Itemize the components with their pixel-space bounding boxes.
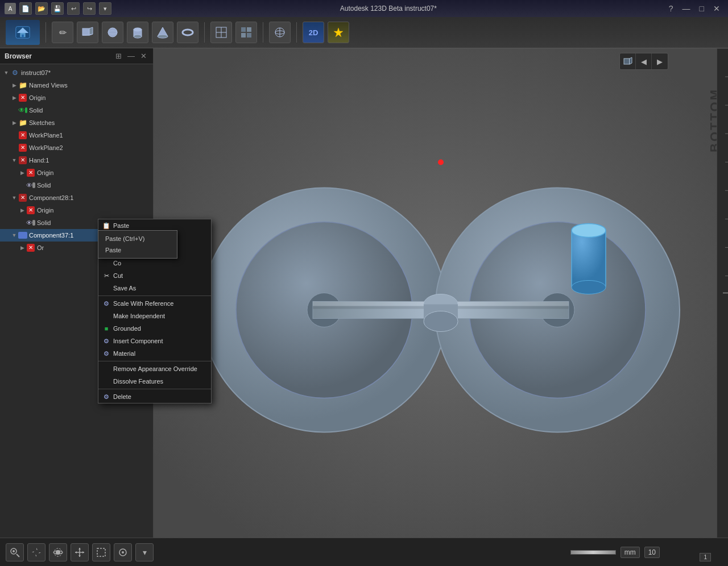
tool-2d[interactable]: 2D [303, 22, 324, 43]
tree-item-comp28[interactable]: ▼ ✕ Component28:1 [0, 192, 153, 204]
arrow-origin: ▶ [10, 94, 18, 102]
home-button[interactable] [6, 20, 40, 45]
scale-bar [570, 550, 616, 555]
vp-btn-arrow[interactable]: ◀ [636, 53, 652, 69]
qa-redo[interactable]: ↪ [83, 2, 96, 15]
svg-rect-19 [247, 27, 251, 32]
toolbar-separator-3 [263, 22, 263, 43]
tool-pen[interactable]: ✏ [52, 22, 73, 43]
svg-marker-52 [32, 551, 36, 552]
qa-save[interactable]: 💾 [51, 2, 64, 15]
icon-solid: 👁 [18, 106, 27, 115]
tree-item-solid[interactable]: 👁 Solid [0, 104, 153, 116]
arrow-hand1-solid [18, 181, 26, 189]
tool-star[interactable] [328, 22, 349, 43]
qa-undo[interactable]: ↩ [67, 2, 80, 15]
status-tool-display[interactable] [114, 543, 132, 561]
arrow-root: ▼ [2, 69, 10, 77]
svg-marker-59 [78, 555, 81, 557]
browser-minimize-icon[interactable]: — [126, 51, 136, 61]
tree-item-workplane2[interactable]: ✕ WorkPlane2 [0, 142, 153, 154]
ctx-save-as[interactable]: Save As [98, 282, 211, 294]
remove-appearance-icon [102, 364, 111, 373]
tree-item-workplane1[interactable]: ✕ WorkPlane1 [0, 129, 153, 142]
vp-btn-arrow2[interactable]: ▶ [652, 53, 668, 69]
svg-marker-61 [82, 551, 84, 553]
tree-item-root[interactable]: ▼ ⚙ instruct07* [0, 66, 153, 79]
grounded-icon: ■ [102, 324, 111, 333]
browser-close-icon[interactable]: ✕ [139, 51, 148, 61]
tree-item-origin[interactable]: ▶ ✕ Origin [0, 91, 153, 104]
svg-point-13 [158, 35, 168, 38]
toolbar: ✏ [0, 17, 728, 48]
delete-icon: ⚙ [102, 392, 111, 401]
tree-item-sketches[interactable]: ▶ 📁 Sketches [0, 116, 153, 129]
tree-item-hand1[interactable]: ▼ ✕ Hand:1 [0, 154, 153, 167]
scale-value: 10 [644, 547, 660, 558]
tool-cone[interactable] [152, 22, 173, 43]
arrow-hand1: ▼ [10, 156, 18, 164]
paste-tooltip-sub[interactable]: Paste [103, 244, 172, 256]
arrow-sketches: ▶ [10, 119, 18, 127]
status-tool-move[interactable] [71, 543, 89, 561]
ctx-scale-ref[interactable]: ⚙ Scale With Reference [98, 297, 211, 310]
qa-open[interactable]: 📂 [35, 2, 48, 15]
tool-sphere[interactable] [102, 22, 123, 43]
copy-icon [102, 259, 111, 268]
label-solid: Solid [29, 107, 43, 114]
browser-grid-icon[interactable]: ⊞ [114, 51, 123, 61]
tree-item-comp28-origin[interactable]: ▶ ✕ Origin [0, 204, 153, 217]
minimize-btn[interactable]: — [679, 3, 694, 14]
vp-btn-display[interactable] [620, 53, 636, 69]
svg-marker-60 [75, 551, 77, 553]
ctx-cut[interactable]: ✂ Cut [98, 269, 211, 282]
status-tool-box-select[interactable] [92, 543, 110, 561]
svg-point-43 [438, 160, 444, 165]
ctx-material[interactable]: ⚙ Material [98, 347, 211, 360]
ctx-insert-component-label: Insert Component [113, 338, 163, 344]
ctx-delete[interactable]: ⚙ Delete [98, 390, 211, 403]
viewport[interactable]: BOTTOM ◀ ▶ [154, 48, 728, 538]
tool-cylinder[interactable] [127, 22, 148, 43]
tool-box[interactable] [77, 22, 98, 43]
label-comp28: Component28:1 [29, 194, 73, 201]
status-tool-zoom[interactable] [6, 543, 24, 561]
ctx-copy[interactable]: Co [98, 257, 211, 269]
icon-hand1: ✕ [18, 156, 27, 165]
app-title: Autodesk 123D Beta instruct07* [340, 5, 437, 13]
ctx-remove-appearance[interactable]: Remove Appearance Override [98, 363, 211, 375]
dissolve-features-icon [102, 377, 111, 386]
maximize-btn[interactable]: □ [696, 3, 708, 14]
ctx-make-independent[interactable]: Make Independent [98, 310, 211, 322]
svg-marker-49 [36, 548, 38, 552]
status-tool-orbit[interactable] [49, 543, 67, 561]
ctx-insert-component[interactable]: ⚙ Insert Component [98, 335, 211, 347]
svg-point-14 [183, 30, 193, 35]
ctx-remove-appearance-label: Remove Appearance Override [113, 365, 197, 372]
help-icon[interactable]: ? [665, 3, 677, 14]
tool-wireframe[interactable] [269, 22, 291, 43]
qa-dropdown[interactable]: ▾ [99, 2, 111, 15]
app-icon: A [5, 3, 16, 14]
ctx-delete-label: Delete [113, 393, 131, 400]
qa-new[interactable]: 📄 [19, 2, 32, 15]
ctx-dissolve-features[interactable]: Dissolve Features [98, 375, 211, 388]
tree-item-hand1-solid[interactable]: 👁 Solid [0, 179, 153, 192]
status-tool-extra[interactable]: ▾ [135, 543, 154, 561]
tool-torus[interactable] [177, 22, 198, 43]
make-independent-icon [102, 311, 111, 321]
browser-controls: ⊞ — ✕ [114, 51, 148, 61]
tool-grid1[interactable] [210, 22, 232, 43]
svg-line-47 [16, 554, 19, 557]
tool-grid2[interactable] [235, 22, 257, 43]
cut-icon: ✂ [102, 271, 111, 280]
toolbar-separator-1 [46, 22, 46, 43]
close-btn[interactable]: ✕ [710, 3, 723, 14]
svg-rect-4 [82, 28, 89, 35]
ctx-grounded[interactable]: ■ Grounded [98, 322, 211, 335]
status-tool-pan[interactable] [27, 543, 46, 561]
paste-icon: 📋 [102, 221, 111, 230]
tree-item-named-views[interactable]: ▶ 📁 Named Views [0, 79, 153, 91]
icon-root: ⚙ [10, 68, 19, 77]
tree-item-hand1-origin[interactable]: ▶ ✕ Origin [0, 167, 153, 179]
